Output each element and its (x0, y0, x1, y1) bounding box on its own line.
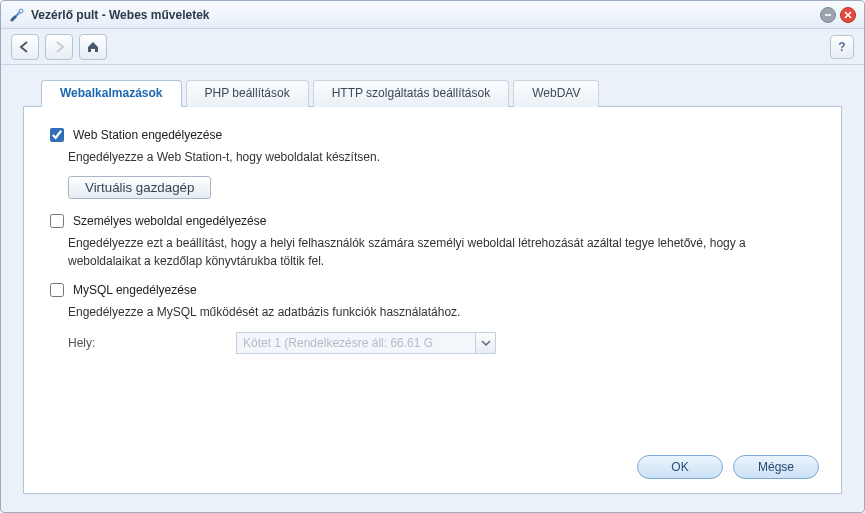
titlebar: Vezérlő pult - Webes műveletek (1, 1, 864, 29)
minimize-button[interactable] (820, 7, 836, 23)
mysql-location-row: Hely: Kötet 1 (Rendelkezésre áll: 66.61 … (68, 332, 819, 354)
close-button[interactable] (840, 7, 856, 23)
window: Vezérlő pult - Webes műveletek ? Webalka… (0, 0, 865, 513)
panel-webapps: Web Station engedélyezése Engedélyezze a… (23, 106, 842, 494)
mysql-location-value: Kötet 1 (Rendelkezésre áll: 66.61 G (237, 336, 475, 350)
mysql-location-label: Hely: (68, 336, 228, 350)
button-bar: OK Mégse (637, 455, 819, 479)
virtual-host-button[interactable]: Virtuális gazdagép (68, 176, 211, 199)
tab-php[interactable]: PHP beállítások (186, 80, 309, 107)
forward-button[interactable] (45, 34, 73, 60)
content-area: Webalkalmazások PHP beállítások HTTP szo… (1, 65, 864, 512)
web-station-row: Web Station engedélyezése (46, 125, 819, 145)
ok-button[interactable]: OK (637, 455, 723, 479)
tab-bar: Webalkalmazások PHP beállítások HTTP szo… (23, 79, 842, 107)
cancel-button[interactable]: Mégse (733, 455, 819, 479)
home-button[interactable] (79, 34, 107, 60)
toolbar: ? (1, 29, 864, 65)
svg-point-0 (19, 9, 23, 13)
window-title: Vezérlő pult - Webes műveletek (31, 8, 820, 22)
web-station-label: Web Station engedélyezése (73, 128, 222, 142)
mysql-location-select[interactable]: Kötet 1 (Rendelkezésre áll: 66.61 G (236, 332, 496, 354)
back-button[interactable] (11, 34, 39, 60)
personal-site-row: Személyes weboldal engedélyezése (46, 211, 819, 231)
mysql-row: MySQL engedélyezése (46, 280, 819, 300)
mysql-checkbox[interactable] (50, 283, 64, 297)
web-station-desc: Engedélyezze a Web Station-t, hogy webol… (68, 149, 788, 166)
tab-http[interactable]: HTTP szolgáltatás beállítások (313, 80, 510, 107)
help-button[interactable]: ? (830, 35, 854, 59)
svg-rect-1 (825, 14, 831, 16)
tab-webapps[interactable]: Webalkalmazások (41, 80, 182, 107)
web-station-checkbox[interactable] (50, 128, 64, 142)
personal-site-desc: Engedélyezze ezt a beállítást, hogy a he… (68, 235, 788, 270)
window-buttons (820, 7, 856, 23)
tab-webdav[interactable]: WebDAV (513, 80, 599, 107)
personal-site-label: Személyes weboldal engedélyezése (73, 214, 266, 228)
personal-site-checkbox[interactable] (50, 214, 64, 228)
app-icon (9, 7, 25, 23)
chevron-down-icon (475, 333, 495, 353)
mysql-desc: Engedélyezze a MySQL működését az adatbá… (68, 304, 788, 321)
mysql-label: MySQL engedélyezése (73, 283, 197, 297)
